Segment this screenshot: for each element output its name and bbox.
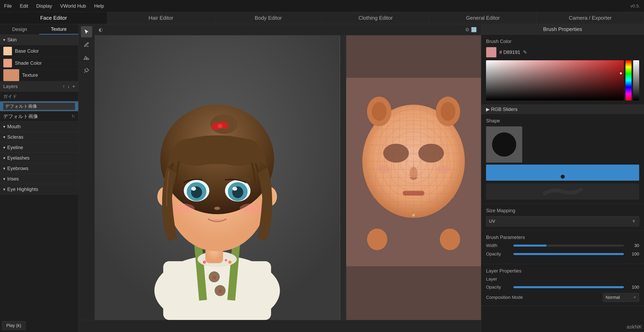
mouth-section-header[interactable]: ▾ Mouth [0,121,78,132]
irises-arrow-icon: ▾ [3,176,5,181]
svg-point-36 [240,203,263,213]
menu-bar: File Edit Display VWorld Hub Help v0.5. [0,0,644,12]
brush-color-section: Brush Color # D89191 ✎ [481,34,644,105]
shade-color-label: Shade Color [15,60,42,66]
size-map-area[interactable] [486,165,639,181]
panel-tab-design[interactable]: Design [0,24,39,34]
eyeline-section-header[interactable]: ▾ Eyeline [0,142,78,153]
right-panel: Brush Properties Brush Color # D89191 ✎ … [481,24,644,332]
eye-highlights-label: Eye Highlights [7,186,38,192]
svg-line-2 [84,72,85,73]
tool-dropper-btn[interactable] [81,65,92,76]
layer-row-label-2: デフォルト画像 [3,113,38,120]
texture-item[interactable]: Texture [0,69,78,81]
panel-tab-texture[interactable]: Texture [39,24,78,34]
base-color-label: Base Color [15,48,39,54]
layer-input-field-1[interactable] [3,103,75,110]
size-mapping-section: Size Mapping UV ▼ [481,204,644,230]
tab-body-editor[interactable]: Body Editor [215,12,322,24]
layer-up-btn[interactable]: ↑ [62,84,65,89]
tab-face-editor[interactable]: Face Editor [0,12,107,24]
size-mapping-dropdown[interactable]: UV ▼ [486,216,639,226]
texture-swatch[interactable] [3,69,19,81]
svg-point-34 [214,207,220,210]
svg-point-41 [372,102,386,121]
tool-cursor-btn[interactable] [81,26,92,37]
tab-camera-exporter[interactable]: Camera / Exporter [537,12,644,24]
layer-opacity-track[interactable] [514,286,624,288]
guide-row: ガイド [0,92,78,101]
left-panel: Design Texture ▾ Skin Base Color Shade C… [0,24,78,332]
skin-section-header[interactable]: ▾ Skin [0,34,78,45]
svg-point-80 [377,166,391,173]
version-label: v0.5. [630,3,640,9]
layer-label-row: Layer [486,277,639,282]
menu-item-display[interactable]: Display [36,3,52,9]
layer-down-btn[interactable]: ↓ [68,84,70,89]
opacity-slider-label: Opacity [486,251,510,257]
center-toolbar [78,24,94,320]
eyelashes-arrow-icon: ▾ [3,156,5,160]
layer-input-1[interactable] [0,101,78,111]
layer-opacity-label: Opacity [486,285,510,290]
base-color-swatch[interactable] [3,47,12,55]
composition-mode-dropdown[interactable]: Normal ▼ [603,293,639,302]
width-slider-fill [514,245,546,247]
svg-point-13 [203,261,206,264]
layer-opacity-value: 100 [627,285,639,290]
brush-color-swatch[interactable] [486,47,496,57]
svg-point-32 [191,187,196,190]
viewport-left[interactable]: ✕ ✕ [94,24,340,320]
alpha-slider[interactable] [633,60,639,101]
svg-text:✕: ✕ [218,288,222,295]
composition-mode-label: Composition Mode [486,295,600,300]
layers-title: Layers [3,84,62,89]
opacity-slider-track[interactable] [514,253,624,255]
skin-label: Skin [7,37,17,43]
rgb-sliders-toggle[interactable]: ▶ RGB Sliders [481,105,644,114]
brush-color-label: Brush Color [486,39,639,44]
menu-item-edit[interactable]: Edit [20,3,28,9]
play-button[interactable]: Play (k) [2,321,26,330]
shape-label: Shape [486,118,639,124]
top-bar-icon-left: ◐ [98,27,103,32]
brush-color-row: # D89191 ✎ [486,47,639,57]
color-picker-icon[interactable]: ✎ [523,49,527,55]
brush-stroke-preview [486,183,639,199]
tab-hair-editor[interactable]: Hair Editor [107,12,214,24]
layer-row-icon-2[interactable]: ↻ [72,114,75,119]
layer-add-btn[interactable]: + [72,84,75,89]
size-mapping-label: Size Mapping [486,208,639,213]
color-gradient-area[interactable] [486,60,639,101]
shade-color-item[interactable]: Shade Color [0,57,78,69]
color-gradient-square[interactable] [486,60,624,101]
tab-general-editor[interactable]: General Editor [429,12,536,24]
width-slider-value: 30 [627,243,639,248]
base-color-item[interactable]: Base Color [0,45,78,57]
shade-color-swatch[interactable] [3,59,12,68]
guide-label: ガイド [3,93,17,100]
menu-item-vworld[interactable]: VWorld Hub [60,3,86,9]
eye-highlights-section-header[interactable]: ▾ Eye Highlights [0,184,78,194]
eyebrows-label: Eyebrows [7,166,28,171]
eyeline-label: Eyeline [7,145,23,150]
layer-row-2: デフォルト画像 ↻ [0,111,78,121]
menu-item-help[interactable]: Help [94,3,104,9]
top-bar-icons-right: ⚙ 🔢 [465,27,477,32]
size-map-dot [561,175,565,179]
tool-eraser-btn[interactable] [81,52,92,63]
scleras-section-header[interactable]: ▾ Scleras [0,132,78,142]
irises-section-header[interactable]: ▾ Irises [0,174,78,184]
width-slider-track[interactable] [514,245,624,247]
tool-pencil-btn[interactable] [81,39,92,50]
tab-clothing-editor[interactable]: Clothing Editor [322,12,429,24]
svg-point-82 [412,214,415,216]
viewport-right[interactable] [346,24,481,320]
svg-point-77 [418,144,444,163]
eyebrows-section-header[interactable]: ▾ Eyebrows [0,163,78,174]
menu-item-file[interactable]: File [4,3,12,9]
opacity-slider-value: 100 [627,251,639,257]
hue-slider[interactable] [626,60,632,101]
eyelashes-section-header[interactable]: ▾ Eyelashes [0,153,78,163]
shape-preview[interactable] [486,126,522,163]
